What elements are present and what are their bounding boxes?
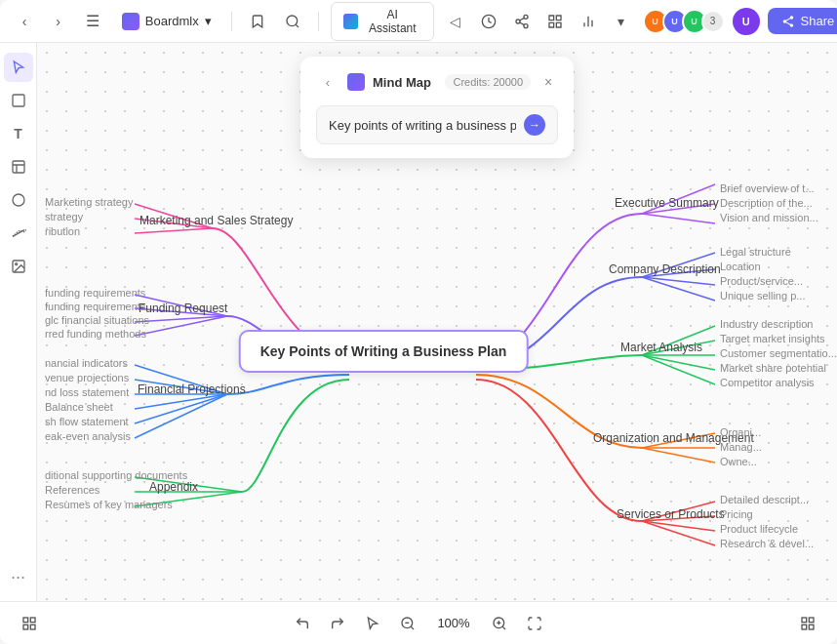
sidebar-line-icon[interactable] [4,219,33,248]
fr-child-1: funding requirements [45,287,145,299]
back-button[interactable]: ‹ [12,8,37,35]
mindmap-close-button[interactable]: × [538,72,558,92]
services-products-label: Services or Products [617,507,725,521]
mindmap-back-button[interactable]: ‹ [316,70,339,94]
svg-point-5 [524,23,528,27]
credits-badge: Credits: 20000 [445,74,531,90]
timer-button[interactable] [475,8,502,35]
mindmap-send-button[interactable]: → [524,114,545,136]
es-child-2: Description of the... [720,197,813,209]
canvas[interactable]: Key Points of Writing a Business Plan Ex… [37,43,837,601]
financial-proj-label: Financial Projections [138,382,246,396]
svg-rect-18 [30,618,35,623]
ma-child-5: Competitor analysis [720,377,815,388]
sidebar-frame-icon[interactable] [4,86,33,115]
toolbar-middle: ◁ ▾ [442,8,635,35]
sidebar-more-icon[interactable]: ··· [4,562,33,591]
ma-child-2: Target market insights [720,333,825,344]
bottom-toolbar: 100% [0,601,837,644]
bottom-toolbar-center: 100% [289,610,548,637]
bottom-toolbar-left [16,610,43,637]
fr-child-3: glc financial situations [45,314,149,326]
frames-button[interactable] [16,610,43,637]
clock-button[interactable] [541,8,569,35]
om-child-3: Owne... [720,456,757,467]
cursor-tool-button[interactable] [359,610,386,637]
mindmap-input-row: → [316,105,558,144]
fp-child-5: sh flow statement [45,416,129,427]
sidebar-shape-icon[interactable] [4,185,33,215]
svg-rect-30 [809,624,814,629]
ai-icon [343,14,358,29]
ap-child-2: References [45,484,100,496]
ai-assistant-label: AI Assistant [364,8,421,35]
mindmap-input[interactable] [329,118,516,133]
redo-button[interactable] [324,610,351,637]
svg-rect-11 [13,95,24,106]
mindmap-title-row: ‹ Mind Map [316,70,431,94]
ms-child-2: strategy [45,211,83,222]
main-area: T ··· [0,43,837,601]
svg-line-25 [502,626,505,629]
zoom-out-button[interactable] [394,610,421,637]
svg-point-16 [15,263,17,265]
executive-summary-label: Executive Summary [615,196,719,210]
center-node: Key Points of Writing a Business Plan [239,330,529,373]
menu-button[interactable]: ☰ [79,7,106,36]
toolbar-divider-2 [318,12,319,31]
svg-rect-17 [23,618,28,623]
ai-assistant-button[interactable]: AI Assistant [331,2,434,41]
app-name-label: Boardmlx [145,14,199,28]
appendix-label: Appendix [149,480,198,494]
fit-view-button[interactable] [521,610,548,637]
search-button[interactable] [279,7,306,36]
fr-child-2: funding requirements [45,301,145,312]
avatar-count: 3 [701,10,725,33]
undo-button[interactable] [289,610,316,637]
es-child-3: Vision and mission... [720,212,818,223]
bottom-toolbar-right [794,610,821,637]
svg-rect-12 [13,161,24,173]
fp-child-3: nd loss statement [45,386,129,398]
fp-child-1: nancial indicators [45,357,128,369]
app-name[interactable]: Boardmlx ▾ [114,9,219,34]
share-icon-button[interactable] [508,8,536,35]
toolbar-left: ‹ › ☰ Boardmlx ▾ AI Assistant [12,2,434,41]
svg-rect-31 [802,624,807,629]
sp-child-1: Detailed descript... [720,494,809,505]
top-toolbar: ‹ › ☰ Boardmlx ▾ AI Assistant ◁ [0,0,837,43]
om-child-1: Organi... [720,426,761,438]
mktg-sales-label: Marketing and Sales Strategy [140,214,293,227]
svg-rect-28 [802,618,807,623]
ap-child-1: ditional supporting documents [45,469,187,481]
avatar-group: U U U 3 [643,9,725,34]
mindmap-panel: ‹ Mind Map Credits: 20000 × → [300,57,574,158]
svg-line-22 [411,626,414,629]
cd-child-1: Legal structure [720,246,791,258]
zoom-in-button[interactable] [486,610,513,637]
svg-line-1 [296,24,299,27]
fp-child-4: Balance sheet [45,401,113,413]
grid-view-button[interactable] [794,610,821,637]
nav-left-button[interactable]: ◁ [442,8,469,35]
expand-button[interactable]: ▾ [608,8,635,35]
mindmap-panel-title: Mind Map [373,75,431,90]
cd-child-2: Location [720,261,761,272]
sidebar-text-icon[interactable]: T [4,119,33,148]
sidebar-image-icon[interactable] [4,252,33,281]
svg-line-7 [519,18,524,20]
forward-button[interactable]: › [45,8,70,35]
company-desc-label: Company Description [609,262,721,276]
market-analysis-label: Market Analysis [620,341,702,354]
bookmark-button[interactable] [244,7,271,36]
share-button[interactable]: Share [768,8,837,34]
toolbar-divider-1 [231,12,232,31]
mindmap-header-right: Credits: 20000 × [445,72,558,92]
svg-point-3 [524,15,528,19]
sidebar-cursor-icon[interactable] [4,53,33,82]
om-child-2: Manag... [720,441,762,453]
svg-point-0 [287,16,298,26]
sidebar-sticky-icon[interactable] [4,152,33,181]
current-user-avatar[interactable]: U [733,8,760,35]
stats-button[interactable] [575,8,602,35]
